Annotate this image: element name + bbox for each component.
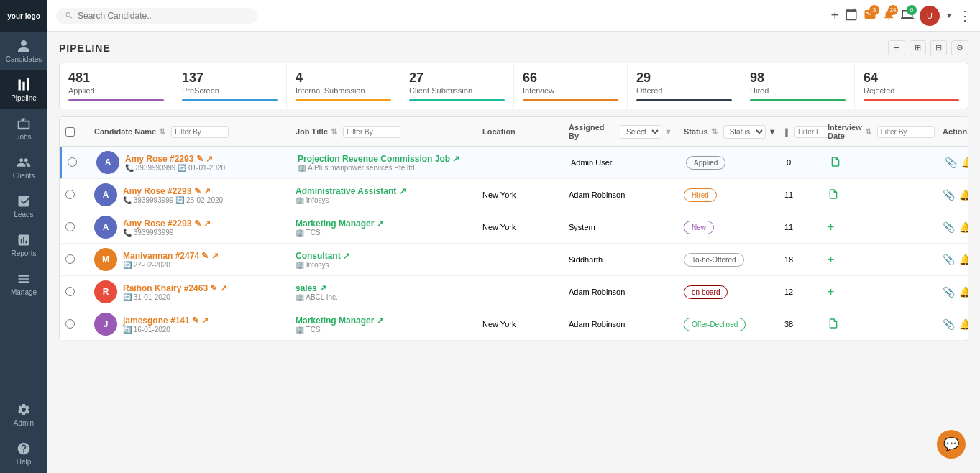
- action-icons-6: 📎 🔔 ⋯: [943, 318, 968, 330]
- add-interview-5[interactable]: +: [828, 285, 834, 298]
- location-cell-6: New York: [477, 320, 563, 329]
- stat-offered[interactable]: 29 Offered: [628, 63, 741, 109]
- assigned-cell-6: Adam Robinson: [563, 320, 678, 329]
- stat-applied[interactable]: 481 Applied: [60, 63, 173, 109]
- job-title-3[interactable]: Marketing Manager ↗: [296, 219, 471, 229]
- candidate-name-4[interactable]: Manivannan #2474 ✎ ↗: [123, 251, 219, 261]
- bell-icon-3[interactable]: 🔔: [959, 221, 968, 233]
- stat-client-bar: [409, 99, 505, 101]
- action-icons-5: 📎 🔔 ⋯: [943, 286, 968, 298]
- sidebar-item-jobs[interactable]: Jobs: [0, 109, 47, 148]
- sidebar-item-leads[interactable]: Leads: [0, 187, 47, 226]
- search-input[interactable]: [78, 11, 249, 21]
- add-interview-3[interactable]: +: [828, 221, 834, 233]
- pin-icon-2[interactable]: 📎: [943, 189, 955, 201]
- chevron-down-icon[interactable]: ▼: [945, 12, 953, 19]
- settings-button[interactable]: ⚙: [951, 40, 968, 55]
- stat-rejected[interactable]: 64 Rejected: [855, 63, 968, 109]
- candidate-name-6[interactable]: jamesgone #141 ✎ ↗: [123, 316, 209, 326]
- count-cell-4: 18: [779, 255, 822, 264]
- filter-status[interactable]: Status: [723, 125, 766, 139]
- pin-icon-5[interactable]: 📎: [943, 286, 955, 298]
- doc-icon-6[interactable]: [828, 318, 839, 329]
- col-job-sort[interactable]: ⇅: [331, 127, 337, 137]
- notification-icon[interactable]: 24: [882, 8, 895, 24]
- job-title-4[interactable]: Consultant ↗: [296, 251, 471, 261]
- view-toggle-grid[interactable]: ⊞: [910, 40, 926, 55]
- job-title-5[interactable]: sales ↗: [296, 283, 471, 293]
- more-options-icon[interactable]: ⋮: [958, 8, 971, 24]
- actions-cell-1: 📎 🔔 ⋯: [939, 157, 968, 168]
- stat-internal-submission[interactable]: 4 Internal Submission: [287, 63, 400, 109]
- mail-icon[interactable]: 3: [864, 8, 876, 24]
- row-checkbox[interactable]: [60, 319, 88, 330]
- job-title-1[interactable]: Projection Revenue Commission Job ↗: [298, 154, 473, 164]
- candidate-name-1[interactable]: Amy Rose #2293 ✎ ↗: [125, 154, 225, 164]
- sidebar-item-candidates[interactable]: Candidates: [0, 32, 47, 70]
- bell-icon-1[interactable]: 🔔: [961, 157, 968, 168]
- job-title-6[interactable]: Marketing Manager ↗: [296, 316, 471, 326]
- status-cell-1: Applied: [680, 158, 781, 167]
- job-sub-5: 🏢 ABCL Inc.: [296, 293, 471, 301]
- stat-hired-bar: [750, 99, 846, 101]
- bell-icon-6[interactable]: 🔔: [959, 318, 968, 330]
- filter-interview[interactable]: [877, 126, 935, 138]
- monitor-icon[interactable]: 0: [901, 8, 914, 24]
- stat-interview[interactable]: 66 Interview: [514, 63, 628, 109]
- interview-cell-1: [824, 156, 939, 169]
- sidebar-item-admin[interactable]: Admin: [11, 395, 37, 434]
- col-status-dropdown[interactable]: ▼: [769, 127, 777, 136]
- candidate-name-5[interactable]: Raihon Khairy #2463 ✎ ↗: [123, 283, 227, 293]
- doc-icon-1[interactable]: [830, 156, 841, 167]
- stat-client-submission[interactable]: 27 Client Submission: [400, 63, 514, 109]
- sidebar-item-reports[interactable]: Reports: [0, 226, 47, 265]
- sidebar-item-help[interactable]: Help: [11, 434, 37, 473]
- row-checkbox[interactable]: [60, 190, 88, 201]
- filter-assigned[interactable]: Select: [620, 125, 661, 139]
- bell-icon-5[interactable]: 🔔: [959, 286, 968, 298]
- sidebar-item-clients[interactable]: Clients: [0, 148, 47, 187]
- row-select-1[interactable]: [68, 157, 77, 167]
- pin-icon-4[interactable]: 📎: [943, 254, 955, 265]
- bell-icon-4[interactable]: 🔔: [959, 254, 968, 265]
- row-checkbox[interactable]: [60, 254, 88, 265]
- gear-icon: [17, 403, 31, 417]
- pin-icon-6[interactable]: 📎: [943, 318, 955, 330]
- view-toggle-list[interactable]: ☰: [888, 40, 905, 55]
- assigned-cell-3: System: [563, 223, 678, 231]
- chat-button[interactable]: 💬: [937, 430, 966, 459]
- row-select-5[interactable]: [65, 287, 75, 296]
- user-avatar[interactable]: U: [920, 6, 940, 26]
- add-button[interactable]: +: [830, 7, 839, 24]
- select-all-checkbox[interactable]: [65, 127, 75, 137]
- col-assigned-sort[interactable]: ▼: [664, 127, 672, 136]
- row-checkbox[interactable]: [62, 157, 91, 168]
- bell-icon-2[interactable]: 🔔: [959, 189, 968, 201]
- col-status-sort[interactable]: ⇅: [711, 127, 718, 137]
- col-interview-sort[interactable]: ⇅: [865, 127, 871, 137]
- filter-job[interactable]: [343, 126, 400, 138]
- add-interview-4[interactable]: +: [828, 253, 834, 265]
- filter-candidate[interactable]: [171, 126, 229, 138]
- col-candidate-sort[interactable]: ⇅: [159, 127, 165, 137]
- row-select-4[interactable]: [65, 254, 75, 264]
- candidate-name-3[interactable]: Amy Rose #2293 ✎ ↗: [123, 219, 211, 229]
- row-select-6[interactable]: [65, 319, 75, 329]
- pin-icon-3[interactable]: 📎: [943, 221, 955, 233]
- row-checkbox[interactable]: [60, 222, 88, 233]
- candidate-info-2: Amy Rose #2293 ✎ ↗ 📞 3939993999 🔄 25-02-…: [123, 186, 223, 204]
- job-title-2[interactable]: Administrative Assistant ↗: [296, 186, 471, 196]
- row-select-2[interactable]: [65, 190, 75, 199]
- doc-icon-2[interactable]: [828, 188, 839, 200]
- row-checkbox[interactable]: [60, 287, 88, 298]
- sidebar-item-manage[interactable]: Manage: [0, 265, 47, 303]
- stat-hired[interactable]: 98 Hired: [741, 63, 855, 109]
- calendar-icon[interactable]: [845, 8, 858, 24]
- pin-icon-1[interactable]: 📎: [945, 157, 957, 168]
- candidate-name-2[interactable]: Amy Rose #2293 ✎ ↗: [123, 186, 223, 196]
- stat-prescreen[interactable]: 137 PreScreen: [173, 63, 287, 109]
- search-box[interactable]: [56, 8, 257, 24]
- row-select-3[interactable]: [65, 222, 75, 231]
- view-toggle-alt[interactable]: ⊟: [930, 40, 947, 55]
- sidebar-item-pipeline[interactable]: Pipeline: [0, 70, 47, 109]
